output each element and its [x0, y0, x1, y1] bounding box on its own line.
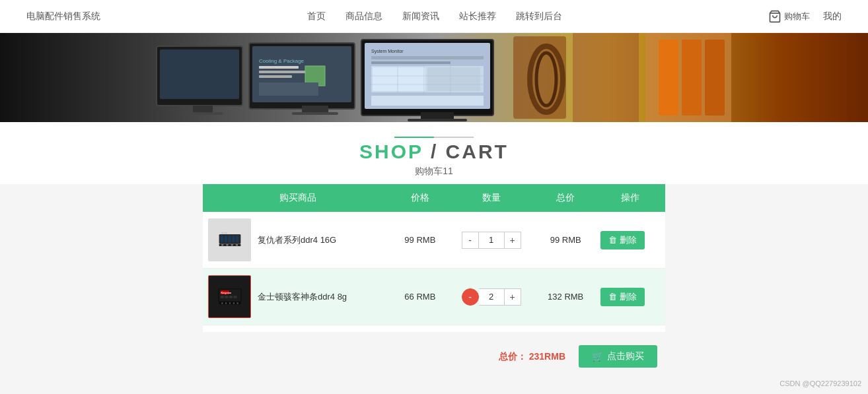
svg-rect-4 [183, 112, 223, 115]
svg-rect-65 [233, 302, 234, 304]
svg-rect-66 [236, 302, 238, 304]
total-cell-1: 99 RMB [536, 212, 595, 269]
total-value: 231RMB [529, 351, 565, 362]
product-name-2: 金士顿骇客神条ddr4 8g [258, 291, 347, 303]
cart-table: 购买商品 价格 数量 总价 操作 [203, 184, 665, 325]
col-action: 操作 [595, 184, 665, 212]
svg-rect-50 [231, 244, 233, 246]
ram-icon-2: Kingston [217, 284, 243, 310]
total-label: 总价： 231RMB [499, 351, 565, 362]
svg-rect-48 [221, 244, 223, 246]
svg-text:复仇者: 复仇者 [221, 232, 227, 234]
svg-rect-10 [259, 75, 292, 78]
qty-cell-1: - + [447, 212, 536, 269]
svg-text:System Monitor: System Monitor [371, 49, 404, 54]
svg-rect-63 [225, 302, 227, 304]
cart-section: 购买商品 价格 数量 总价 操作 [203, 184, 665, 332]
svg-text:Cooling & Package: Cooling & Package [259, 58, 305, 64]
svg-rect-51 [236, 244, 238, 246]
product-name-1: 复仇者系列ddr4 16G [258, 234, 336, 246]
nav-news[interactable]: 新闻资讯 [402, 11, 439, 22]
svg-rect-3 [193, 106, 213, 112]
svg-rect-31 [408, 119, 467, 121]
delete-btn-2[interactable]: 🗑 删除 [600, 288, 645, 306]
total-cell-2: 132 RMB [536, 269, 595, 325]
total-row: 总价： 231RMB 🛒 点击购买 [203, 345, 665, 368]
nav-home[interactable]: 首页 [307, 11, 326, 22]
title-cart: CART [446, 141, 509, 162]
svg-rect-38 [659, 40, 678, 115]
svg-rect-15 [292, 112, 338, 115]
qty-plus-2[interactable]: + [504, 288, 521, 306]
title-line-right [434, 137, 474, 138]
price-cell-1: 99 RMB [394, 212, 447, 269]
svg-text:Kingston: Kingston [221, 292, 231, 294]
nav-user[interactable]: 我的 [823, 11, 842, 22]
svg-rect-64 [229, 302, 230, 304]
price-cell-2: 66 RMB [394, 269, 447, 325]
svg-rect-22 [373, 67, 425, 91]
cart-nav-button[interactable]: 购物车 [768, 10, 810, 23]
svg-rect-44 [228, 236, 231, 242]
product-cell-2: Kingston [203, 269, 394, 325]
qty-minus-2[interactable]: - [462, 288, 479, 306]
svg-rect-23 [427, 67, 480, 91]
trash-icon-2: 🗑 [608, 292, 617, 302]
table-row: 复仇者 复仇者系列ddr4 16G 99 RMB - + 99 RMB [203, 212, 665, 269]
delete-label-2: 删除 [620, 291, 637, 303]
qty-minus-1[interactable]: - [462, 232, 479, 249]
cart-label: 购物车 [784, 11, 810, 22]
action-cell-2: 🗑 删除 [595, 269, 665, 325]
qty-plus-1[interactable]: + [504, 232, 521, 249]
delete-btn-1[interactable]: 🗑 删除 [600, 231, 645, 249]
nav-links: 首页 商品信息 新闻资讯 站长推荐 跳转到后台 [307, 11, 562, 22]
total-label-text: 总价： [499, 351, 526, 362]
title-shop: SHOP [359, 141, 423, 162]
svg-rect-8 [259, 66, 299, 69]
nav-recommend[interactable]: 站长推荐 [459, 11, 496, 22]
title-divider [0, 137, 868, 138]
svg-rect-39 [682, 40, 702, 115]
table-header-row: 购买商品 价格 数量 总价 操作 [203, 184, 665, 212]
svg-rect-57 [220, 296, 223, 298]
svg-rect-45 [232, 236, 235, 242]
qty-cell-2: - + [447, 269, 536, 325]
action-cell-1: 🗑 删除 [595, 212, 665, 269]
svg-rect-43 [224, 236, 227, 242]
svg-rect-60 [233, 296, 236, 298]
col-qty: 数量 [447, 184, 536, 212]
title-slash: / [423, 141, 446, 162]
svg-rect-62 [221, 302, 223, 304]
total-display: 总价： 231RMB [499, 350, 565, 363]
delete-label-1: 删除 [620, 234, 637, 246]
hero-banner: Cooling & Package System Monitor [0, 33, 868, 122]
svg-rect-9 [259, 71, 312, 73]
svg-rect-2 [160, 49, 239, 99]
col-price: 价格 [394, 184, 447, 212]
qty-input-1[interactable] [479, 232, 504, 249]
hero-image: Cooling & Package System Monitor [137, 33, 731, 122]
navbar: 电脑配件销售系统 首页 商品信息 新闻资讯 站长推荐 跳转到后台 购物车 我的 [0, 0, 868, 33]
cart-icon [768, 10, 781, 23]
svg-rect-34 [573, 33, 639, 122]
checkout-button[interactable]: 🛒 点击购买 [579, 345, 657, 368]
product-image-2: Kingston [208, 275, 251, 318]
qty-input-2[interactable] [479, 288, 504, 306]
product-image-1: 复仇者 [208, 218, 251, 261]
nav-products[interactable]: 商品信息 [345, 11, 382, 22]
title-line-left [394, 137, 434, 138]
checkout-label: 点击购买 [607, 350, 644, 362]
svg-rect-49 [226, 244, 228, 246]
brand: 电脑配件销售系统 [26, 11, 100, 22]
svg-rect-42 [220, 236, 223, 242]
cart-subtitle: 购物车11 [0, 166, 868, 178]
svg-rect-19 [371, 56, 484, 59]
svg-rect-40 [705, 40, 725, 115]
ram-icon-1: 复仇者 [217, 227, 243, 253]
nav-admin[interactable]: 跳转到后台 [516, 11, 562, 22]
svg-rect-29 [371, 96, 484, 106]
page-title-section: SHOP / CART 购物车11 [0, 122, 868, 184]
svg-rect-59 [229, 296, 232, 298]
col-product: 购买商品 [203, 184, 394, 212]
nav-right: 购物车 我的 [768, 10, 842, 23]
